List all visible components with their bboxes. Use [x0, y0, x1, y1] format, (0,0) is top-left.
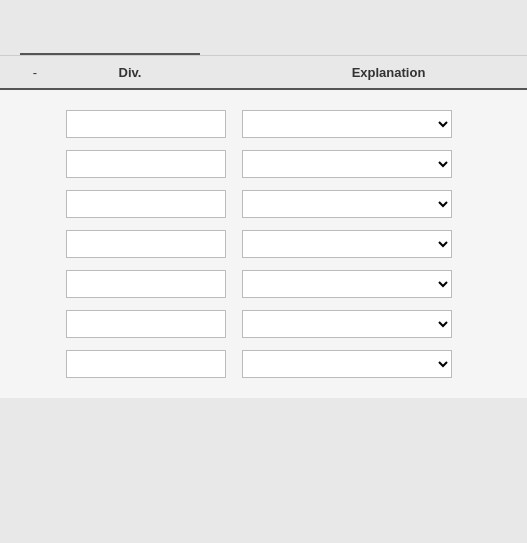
div-input-6[interactable] [66, 310, 226, 338]
explanation-select-6[interactable] [242, 310, 452, 338]
table-row [20, 310, 507, 338]
div-input-4[interactable] [66, 230, 226, 258]
div-input-5[interactable] [66, 270, 226, 298]
main-content [0, 90, 527, 398]
header-explanation: Explanation [270, 65, 507, 80]
div-input-2[interactable] [66, 150, 226, 178]
div-input-1[interactable] [66, 110, 226, 138]
header-row: - Div. Explanation [0, 55, 527, 90]
table-row [20, 270, 507, 298]
explanation-select-4[interactable] [242, 230, 452, 258]
explanation-select-2[interactable] [242, 150, 452, 178]
div-input-7[interactable] [66, 350, 226, 378]
top-bar [0, 0, 527, 55]
explanation-select-5[interactable] [242, 270, 452, 298]
div-input-3[interactable] [66, 190, 226, 218]
header-div: Div. [50, 65, 210, 80]
table-row [20, 230, 507, 258]
header-dash: - [20, 65, 50, 80]
explanation-select-3[interactable] [242, 190, 452, 218]
table-row [20, 110, 507, 138]
explanation-select-7[interactable] [242, 350, 452, 378]
top-input-area [0, 21, 220, 55]
top-text-input[interactable] [20, 31, 200, 55]
table-row [20, 350, 507, 378]
table-row [20, 190, 507, 218]
table-row [20, 150, 507, 178]
explanation-select-1[interactable] [242, 110, 452, 138]
